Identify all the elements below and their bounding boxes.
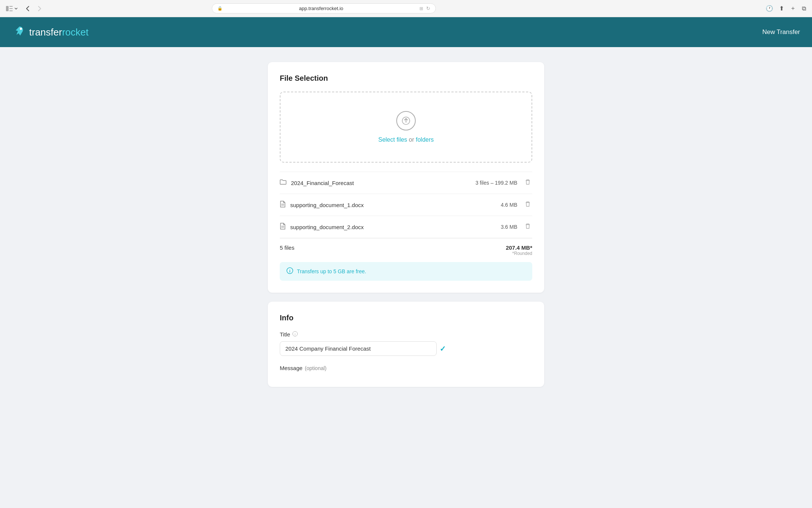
sidebar-toggle[interactable] — [6, 6, 18, 11]
chevron-down-icon — [14, 7, 18, 10]
file-name: supporting_document_1.docx — [290, 202, 501, 208]
forward-button[interactable] — [34, 3, 45, 14]
svg-point-4 — [20, 28, 22, 30]
main-content: File Selection Select files or folders — [260, 47, 552, 418]
back-button[interactable] — [22, 3, 33, 14]
share-button[interactable]: ⬆ — [779, 5, 784, 12]
svg-rect-2 — [9, 8, 13, 9]
url-text: app.transferrocket.io — [226, 6, 416, 11]
address-bar[interactable]: 🔒 app.transferrocket.io ⊞ ↻ — [212, 3, 436, 13]
file-size: 3 files – 199.2 MB — [475, 180, 517, 186]
new-tab-button[interactable]: ＋ — [790, 4, 796, 12]
message-optional: (optional) — [305, 365, 326, 371]
file-totals: 5 files 207.4 MB* *Rounded — [280, 238, 532, 256]
browser-actions: 🕐 ⬆ ＋ ⧉ — [766, 4, 806, 12]
file-size: 4.6 MB — [501, 202, 517, 208]
file-row: 2024_Financial_Forecast 3 files – 199.2 … — [280, 172, 532, 194]
app-header: transferrocket New Transfer — [0, 17, 812, 47]
drop-zone[interactable]: Select files or folders — [280, 92, 532, 163]
logo: transferrocket — [12, 24, 89, 40]
file-size: 3.6 MB — [501, 224, 517, 230]
message-field-group: Message (optional) — [280, 365, 532, 371]
info-icon: i — [286, 267, 293, 275]
title-input[interactable] — [280, 341, 437, 356]
lock-icon: 🔒 — [217, 6, 223, 11]
tabs-button[interactable]: ⧉ — [802, 5, 806, 12]
message-label: Message (optional) — [280, 365, 532, 371]
delete-file-button[interactable] — [523, 221, 532, 233]
total-size-block: 207.4 MB* *Rounded — [506, 244, 532, 256]
logo-text: transferrocket — [29, 27, 89, 38]
browser-chrome: 🔒 app.transferrocket.io ⊞ ↻ 🕐 ⬆ ＋ ⧉ — [0, 0, 812, 17]
file-name: 2024_Financial_Forecast — [291, 180, 475, 186]
delete-file-button[interactable] — [523, 177, 532, 188]
svg-rect-3 — [9, 10, 13, 11]
total-files-count: 5 files — [280, 244, 294, 251]
title-label: Title i — [280, 331, 532, 338]
info-banner-text: Transfers up to 5 GB are free. — [297, 268, 366, 274]
file-row: supporting_document_2.docx 3.6 MB — [280, 216, 532, 238]
select-files-link[interactable]: Select files — [378, 136, 407, 143]
select-folders-link[interactable]: folders — [416, 136, 434, 143]
reader-view-icon: ⊞ — [419, 6, 423, 11]
svg-rect-0 — [6, 6, 9, 11]
folder-icon — [280, 179, 286, 187]
file-list: 2024_Financial_Forecast 3 files – 199.2 … — [280, 172, 532, 256]
title-info-icon[interactable]: i — [292, 331, 298, 338]
info-section-title: Info — [280, 314, 532, 322]
drop-zone-text: Select files or folders — [288, 136, 524, 143]
svg-text:i: i — [295, 332, 295, 336]
file-name: supporting_document_2.docx — [290, 224, 501, 230]
file-selection-card: File Selection Select files or folders — [268, 62, 544, 293]
title-input-wrapper: ✓ — [280, 341, 532, 356]
svg-rect-1 — [9, 6, 13, 7]
rounded-note: *Rounded — [506, 251, 532, 256]
svg-text:i: i — [289, 269, 290, 273]
logo-icon — [12, 24, 25, 40]
total-size: 207.4 MB* — [506, 244, 532, 251]
title-field-group: Title i ✓ — [280, 331, 532, 356]
info-banner: i Transfers up to 5 GB are free. — [280, 262, 532, 281]
file-row: supporting_document_1.docx 4.6 MB — [280, 194, 532, 216]
check-icon: ✓ — [440, 344, 446, 353]
new-transfer-button[interactable]: New Transfer — [762, 28, 800, 36]
file-selection-title: File Selection — [280, 74, 532, 83]
delete-file-button[interactable] — [523, 199, 532, 210]
file-icon — [280, 223, 286, 231]
history-button[interactable]: 🕐 — [766, 5, 773, 12]
info-card: Info Title i ✓ Message (optional) — [268, 302, 544, 387]
refresh-icon[interactable]: ↻ — [426, 6, 430, 11]
upload-icon — [396, 111, 416, 130]
file-icon — [280, 201, 286, 209]
